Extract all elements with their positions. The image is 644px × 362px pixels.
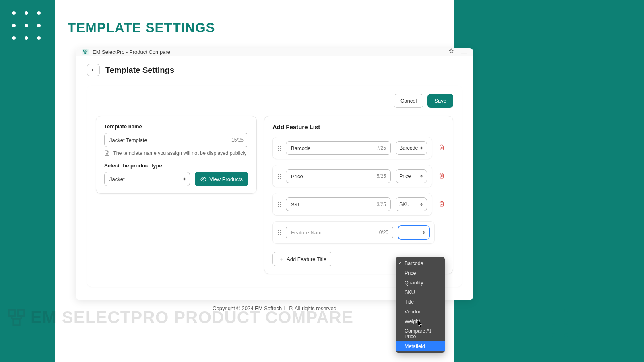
template-name-hint: The template name you assign will not be…: [104, 150, 248, 156]
save-button[interactable]: Save: [427, 94, 453, 108]
feature-row: 7/25 Barcode: [272, 137, 445, 159]
svg-point-4: [464, 53, 465, 54]
chevron-sort-icon: [183, 178, 186, 181]
chevron-sort-icon: [420, 147, 423, 150]
svg-point-8: [203, 178, 204, 180]
svg-rect-11: [9, 310, 15, 316]
app-logo-icon: [82, 49, 89, 55]
product-type-select[interactable]: Jacket: [104, 172, 190, 186]
feature-name-count: 3/25: [377, 202, 386, 207]
feature-row: 3/25 SKU: [272, 193, 445, 216]
feature-name-count: 5/25: [377, 173, 386, 179]
template-name-label: Template name: [104, 123, 248, 130]
template-name-count: 15/25: [231, 137, 244, 143]
feature-name-input[interactable]: [286, 226, 393, 239]
drag-handle-icon[interactable]: [278, 174, 281, 179]
app-title: EM SelectPro - Product Compare: [93, 49, 170, 55]
slide-heading: TEMPLATE SETTINGS: [68, 20, 215, 35]
delete-feature-button[interactable]: [439, 144, 445, 152]
decorative-dots-br: [552, 309, 580, 337]
cancel-button[interactable]: Cancel: [394, 94, 423, 108]
feature-name-count: 0/25: [379, 230, 388, 235]
feature-type-select[interactable]: [398, 226, 429, 239]
brand-watermark: EM SELECTPRO PRODUCT COMPARE: [7, 308, 353, 327]
dropdown-item[interactable]: Barcode: [396, 259, 445, 268]
svg-rect-0: [84, 50, 85, 52]
plus-icon: [279, 257, 284, 262]
delete-feature-button[interactable]: [439, 201, 445, 208]
dropdown-item[interactable]: Price: [396, 268, 445, 278]
feature-type-select[interactable]: Barcode: [396, 141, 427, 155]
feature-name-input[interactable]: [286, 141, 391, 155]
svg-rect-13: [13, 319, 19, 325]
brand-icon: [7, 308, 26, 327]
dropdown-item[interactable]: Quantity: [396, 278, 445, 288]
back-button[interactable]: [87, 64, 100, 76]
drag-handle-icon[interactable]: [278, 146, 281, 151]
feature-list-title: Add Feature List: [272, 123, 445, 130]
dropdown-item[interactable]: Metafield: [396, 341, 445, 351]
template-name-input[interactable]: [104, 133, 248, 147]
dropdown-item[interactable]: Title: [396, 297, 445, 307]
svg-rect-12: [18, 310, 24, 316]
delete-feature-button[interactable]: [439, 173, 445, 180]
doc-icon: [104, 150, 110, 156]
eye-icon: [200, 176, 206, 182]
feature-type-select[interactable]: Price: [396, 169, 427, 183]
template-card: Template name 15/25 The template name yo…: [96, 116, 257, 194]
feature-name-input[interactable]: [286, 197, 391, 211]
svg-rect-1: [86, 50, 87, 52]
add-feature-button[interactable]: Add Feature Title: [272, 252, 332, 266]
product-type-label: Select the product type: [104, 162, 248, 169]
feature-name-input[interactable]: [286, 169, 391, 183]
pin-icon[interactable]: [448, 48, 454, 56]
decorative-dots-tl: [12, 11, 41, 40]
page-title: Template Settings: [105, 66, 174, 75]
more-icon[interactable]: [461, 48, 467, 56]
drag-handle-icon[interactable]: [278, 202, 281, 207]
feature-list-card: Add Feature List 7/25 Barcode 5/25: [264, 116, 453, 274]
drag-handle-icon[interactable]: [278, 230, 281, 235]
feature-type-select[interactable]: SKU: [396, 197, 427, 211]
app-header: EM SelectPro - Product Compare: [76, 48, 473, 56]
view-products-button[interactable]: View Products: [195, 172, 248, 186]
svg-point-3: [462, 53, 463, 54]
feature-name-count: 7/25: [377, 145, 386, 151]
feature-row: 0/25: [272, 221, 445, 244]
feature-row: 5/25 Price: [272, 165, 445, 187]
svg-rect-2: [85, 52, 86, 54]
svg-point-5: [466, 53, 467, 54]
dropdown-item[interactable]: SKU: [396, 288, 445, 297]
app-window: EM SelectPro - Product Compare Template …: [76, 48, 473, 300]
page-head: Template Settings: [76, 56, 473, 82]
cursor-pointer-icon: [418, 320, 423, 329]
dropdown-item[interactable]: Vendor: [396, 307, 445, 317]
chevron-sort-icon: [420, 203, 423, 206]
chevron-sort-icon: [420, 175, 423, 178]
chevron-sort-icon: [423, 231, 425, 234]
feature-type-dropdown: BarcodePriceQuantitySKUTitleVendorWeight…: [396, 257, 445, 353]
content-card: Cancel Save Template name 15/25 The temp…: [87, 86, 462, 287]
